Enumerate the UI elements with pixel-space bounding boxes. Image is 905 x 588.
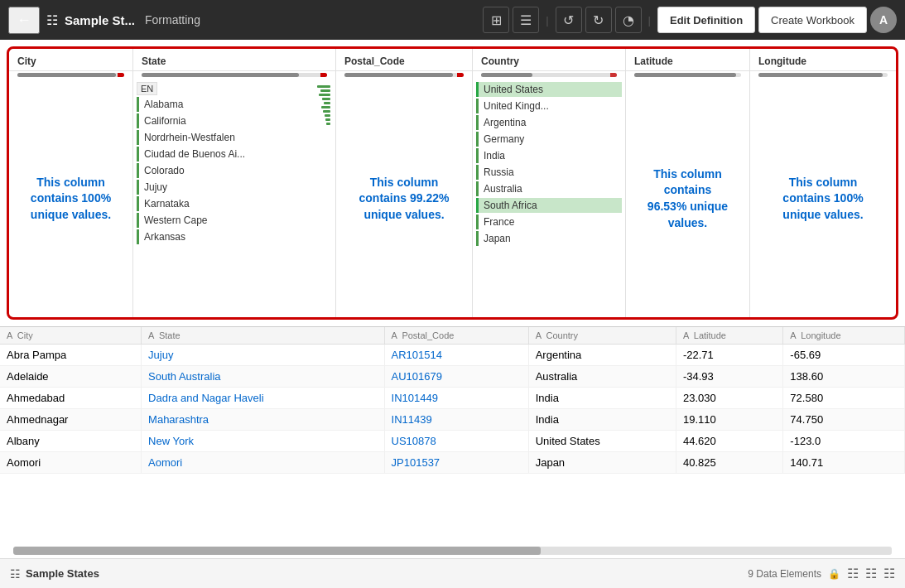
country-header: Country bbox=[473, 49, 625, 71]
cell-state: New York bbox=[142, 431, 384, 452]
list-item: France bbox=[476, 214, 622, 229]
cell-city: Aomori bbox=[0, 452, 142, 474]
bottom-bar-right: 9 Data Elements 🔒 ☷ ☷ ☷ bbox=[748, 566, 895, 581]
list-item: California bbox=[137, 113, 314, 128]
longitude-header: Longitude bbox=[750, 49, 896, 71]
latitude-unique-text: This columncontains96.53% uniquevalues. bbox=[626, 80, 749, 317]
cell-latitude: 19.110 bbox=[676, 409, 782, 431]
back-button[interactable]: ← bbox=[8, 7, 40, 34]
main-content: City This columncontains 100%unique valu… bbox=[0, 40, 905, 558]
col-header-city[interactable]: A City bbox=[0, 327, 142, 345]
state-sparkline bbox=[314, 82, 332, 316]
city-column: City This columncontains 100%unique valu… bbox=[9, 49, 133, 317]
state-bar bbox=[133, 71, 335, 80]
bottom-bar: ☷ Sample States 9 Data Elements 🔒 ☷ ☷ ☷ bbox=[0, 558, 905, 588]
edit-definition-button[interactable]: Edit Definition bbox=[657, 7, 755, 33]
list-item: Germany bbox=[476, 132, 622, 147]
cell-city: Abra Pampa bbox=[0, 345, 142, 366]
data-elements-label: 9 Data Elements bbox=[748, 568, 821, 580]
list-item: Nordrhein-Westfalen bbox=[137, 130, 314, 145]
cell-country: India bbox=[528, 388, 676, 409]
table-row: Abra PampaJujuyAR101514Argentina-22.71-6… bbox=[0, 345, 905, 366]
longitude-bar bbox=[750, 71, 896, 80]
cell-city: Ahmednagar bbox=[0, 409, 142, 431]
list-item: Jujuy bbox=[137, 180, 314, 195]
postal-column: Postal_Code This columncontains 99.22%un… bbox=[336, 49, 473, 317]
expand-icon: ☷ bbox=[883, 566, 895, 581]
city-bar bbox=[9, 71, 132, 80]
redo-button[interactable]: ↻ bbox=[585, 7, 612, 33]
country-list: United States United Kingd... Argentina … bbox=[476, 82, 622, 246]
table-row: AomoriAomoriJP101537Japan40.825140.71 bbox=[0, 452, 905, 474]
list-item: Japan bbox=[476, 231, 622, 246]
cell-postal: US10878 bbox=[384, 431, 528, 452]
cell-state: Dadra and Nagar Haveli bbox=[142, 388, 384, 409]
cell-state: South Australia bbox=[142, 366, 384, 388]
list-item: Ciudad de Buenos Ai... bbox=[137, 147, 314, 161]
data-table-area: A City A State A Postal_Code A Country A… bbox=[0, 326, 905, 543]
list-item: Colorado bbox=[137, 163, 314, 178]
col-header-state[interactable]: A State bbox=[142, 327, 384, 345]
country-column: Country United States United Kingd... Ar… bbox=[473, 49, 626, 317]
table-row: AdelaideSouth AustraliaAU101679Australia… bbox=[0, 366, 905, 388]
state-column: State EN Alabama California Nordrhein-We… bbox=[133, 49, 336, 317]
cell-postal: IN101449 bbox=[384, 388, 528, 409]
grid-icon-bottom: ☷ bbox=[847, 566, 859, 581]
cell-longitude: 140.71 bbox=[783, 452, 905, 474]
cell-state: Jujuy bbox=[142, 345, 384, 366]
cell-state: Aomori bbox=[142, 452, 384, 474]
list-item: United States bbox=[476, 82, 622, 97]
list-item: United Kingd... bbox=[476, 99, 622, 113]
longitude-column: Longitude This columncontains 100%unique… bbox=[750, 49, 896, 317]
cell-latitude: 44.620 bbox=[676, 431, 782, 452]
save-icon: ☷ bbox=[865, 566, 877, 581]
city-header: City bbox=[9, 49, 132, 71]
col-header-country[interactable]: A Country bbox=[528, 327, 676, 345]
user-avatar[interactable]: A bbox=[870, 7, 897, 33]
cell-country: Japan bbox=[528, 452, 676, 474]
cell-longitude: -123.0 bbox=[783, 431, 905, 452]
sheet-icon: ☷ bbox=[10, 567, 21, 581]
city-unique-text: This columncontains 100%unique values. bbox=[9, 80, 132, 317]
back-icon: ← bbox=[17, 12, 31, 28]
table-row: AlbanyNew YorkUS10878United States44.620… bbox=[0, 431, 905, 452]
list-view-button[interactable]: ☰ bbox=[513, 7, 539, 33]
col-header-postal[interactable]: A Postal_Code bbox=[384, 327, 528, 345]
table-row: AhmedabadDadra and Nagar HaveliIN101449I… bbox=[0, 388, 905, 409]
latitude-header: Latitude bbox=[626, 49, 749, 71]
table-row: AhmednagarMaharashtraIN11439India19.1107… bbox=[0, 409, 905, 431]
undo-button[interactable]: ↺ bbox=[556, 7, 582, 33]
cell-country: India bbox=[528, 409, 676, 431]
create-workbook-button[interactable]: Create Workbook bbox=[758, 7, 867, 33]
col-header-latitude[interactable]: A Latitude bbox=[676, 327, 782, 345]
state-list: Alabama California Nordrhein-Westfalen C… bbox=[137, 97, 314, 244]
list-item: Alabama bbox=[137, 97, 314, 112]
list-item: Australia bbox=[476, 181, 622, 196]
list-item: Karnataka bbox=[137, 196, 314, 211]
cell-country: United States bbox=[528, 431, 676, 452]
en-tag: EN bbox=[137, 82, 157, 95]
cell-latitude: -22.71 bbox=[676, 345, 782, 366]
bottom-bar-left: ☷ Sample States bbox=[10, 567, 741, 581]
cell-latitude: -34.93 bbox=[676, 366, 782, 388]
postal-bar bbox=[336, 71, 472, 80]
profile-panel: City This columncontains 100%unique valu… bbox=[7, 46, 898, 320]
lock-icon: 🔒 bbox=[828, 568, 840, 580]
grid-view-button[interactable]: ⊞ bbox=[483, 7, 509, 33]
cell-postal: AU101679 bbox=[384, 366, 528, 388]
col-header-longitude[interactable]: A Longitude bbox=[783, 327, 905, 345]
state-header: State bbox=[133, 49, 335, 71]
horizontal-scrollbar-area[interactable] bbox=[0, 543, 905, 558]
cell-postal: JP101537 bbox=[384, 452, 528, 474]
cell-city: Adelaide bbox=[0, 366, 142, 388]
cell-postal: IN11439 bbox=[384, 409, 528, 431]
table-header-row: A City A State A Postal_Code A Country A… bbox=[0, 327, 905, 345]
cell-longitude: -65.69 bbox=[783, 345, 905, 366]
longitude-unique-text: This columncontains 100%unique values. bbox=[750, 80, 896, 317]
cell-country: Australia bbox=[528, 366, 676, 388]
cell-longitude: 74.750 bbox=[783, 409, 905, 431]
latitude-column: Latitude This columncontains96.53% uniqu… bbox=[626, 49, 750, 317]
cell-postal: AR101514 bbox=[384, 345, 528, 366]
sync-button[interactable]: ◔ bbox=[615, 7, 642, 33]
doc-icon: ☷ bbox=[46, 12, 58, 28]
